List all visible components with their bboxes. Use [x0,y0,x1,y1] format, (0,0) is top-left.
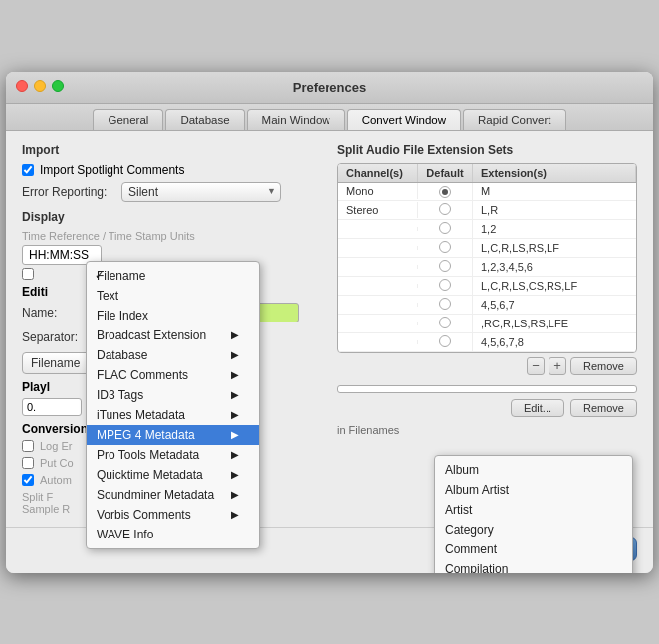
tab-convert-window[interactable]: Convert Window [347,109,461,130]
channel-mono: Mono [338,183,418,199]
submenu-category[interactable]: Category [435,520,632,539]
menu-item-itunes[interactable]: iTunes Metadata ▶ [87,405,259,425]
menu-item-label: ID3 Tags [97,388,143,402]
extra-fields-row [337,385,637,393]
menu-item-soundminer[interactable]: Soundminer Metadata ▶ [87,485,259,505]
menu-item-label: Database [97,348,147,362]
radio-7[interactable] [439,298,451,310]
time-ref-label: Time Reference / Time Stamp Units [22,230,322,242]
in-filenames-label: in Filenames [337,424,399,436]
menu-item-id3[interactable]: ID3 Tags ▶ [87,385,259,405]
submenu-arrow: ▶ [231,509,239,520]
table-row[interactable]: L,C,R,LS,CS,RS,LF [338,277,636,296]
menu-item-label: Filename [97,269,145,283]
col-default: Default [418,164,473,182]
tab-main-window[interactable]: Main Window [247,109,345,130]
log-label: Log Er [40,440,72,452]
table-row[interactable]: Stereo L,R [338,201,636,220]
window-title: Preferences [293,80,366,95]
menu-item-database[interactable]: Database ▶ [87,345,259,365]
put-label: Put Co [40,457,74,469]
split-audio-table: Channel(s) Default Extension(s) Mono M S… [337,163,637,353]
auto-checkbox[interactable] [22,474,34,486]
menu-item-label: iTunes Metadata [97,408,185,422]
error-reporting-select-wrapper: Silent [121,182,281,202]
close-button[interactable] [16,80,28,92]
menu-item-wave[interactable]: WAVE Info [87,525,259,544]
col-ext: Extension(s) [473,164,636,182]
radio-6[interactable] [439,279,451,291]
put-checkbox[interactable] [22,457,34,469]
menu-item-text[interactable]: Text [87,286,259,306]
col-channel: Channel(s) [338,164,418,182]
radio-8[interactable] [439,317,451,328]
table-row[interactable]: 1,2,3,4,5,6 [338,258,636,277]
main-dropdown-menu: Filename Text File Index Broadcast Exten… [86,261,260,549]
table-row[interactable]: L,C,R,LS,RS,LF [338,239,636,258]
minimize-button[interactable] [34,80,46,92]
table-row[interactable]: 1,2 [338,220,636,239]
remove-button-2[interactable]: Remove [570,399,637,417]
table-header: Channel(s) Default Extension(s) [338,164,636,183]
radio-4[interactable] [439,241,451,253]
menu-item-label: Broadcast Extension [97,328,206,342]
radio-9[interactable] [439,335,451,347]
submenu-album[interactable]: Album [435,460,632,480]
menu-item-label: Vorbis Comments [97,508,191,522]
menu-item-protools[interactable]: Pro Tools Metadata ▶ [87,445,259,465]
filename-selector-value: Filename [31,356,80,370]
table-row[interactable]: ,RC,R,LS,RS,LFE [338,315,636,333]
menu-item-broadcast-ext[interactable]: Broadcast Extension ▶ [87,325,259,345]
table-row[interactable]: 4,5,6,7 [338,296,636,315]
spotlight-checkbox[interactable] [22,164,34,176]
maximize-button[interactable] [52,80,64,92]
display-checkbox[interactable] [22,268,34,280]
default-stereo [418,201,473,219]
minus-button[interactable]: − [527,357,545,375]
dropdown-container: Filename Text File Index Broadcast Exten… [86,261,260,549]
in-filenames-row: in Filenames [337,423,637,437]
table-row[interactable]: Mono M [338,183,636,201]
menu-item-mpeg4[interactable]: MPEG 4 Metadata ▶ [87,425,259,445]
split-audio-title: Split Audio File Extension Sets [337,143,637,157]
radio-mono[interactable] [439,186,451,198]
submenu-compilation[interactable]: Compilation [435,559,632,573]
submenu-artist[interactable]: Artist [435,500,632,520]
auto-label: Autom [40,474,72,486]
error-reporting-label: Error Reporting: [22,185,121,199]
menu-item-label: Quicktime Metadata [97,468,203,482]
spotlight-label: Import Spotlight Comments [40,163,184,177]
error-reporting-select[interactable]: Silent [121,182,281,202]
default-mono [418,183,473,200]
submenu-arrow: ▶ [231,349,239,360]
ext-mono: M [473,183,636,199]
menu-item-flac[interactable]: FLAC Comments ▶ [87,365,259,385]
radio-3[interactable] [439,222,451,234]
tab-rapid-convert[interactable]: Rapid Convert [463,109,566,130]
tab-general[interactable]: General [93,109,163,130]
menu-item-quicktime[interactable]: Quicktime Metadata ▶ [87,465,259,485]
edit-button[interactable]: Edit... [511,399,564,417]
menu-item-vorbis[interactable]: Vorbis Comments ▶ [87,505,259,525]
submenu-album-artist[interactable]: Album Artist [435,480,632,500]
menu-item-label: FLAC Comments [97,368,188,382]
radio-5[interactable] [439,260,451,272]
remove-button[interactable]: Remove [570,357,637,375]
tabs-bar: General Database Main Window Convert Win… [6,104,653,131]
extra-input-1[interactable] [337,385,637,393]
plus-button[interactable]: + [549,357,566,375]
table-row[interactable]: 4,5,6,7,8 [338,333,636,352]
submenu-arrow: ▶ [231,409,239,420]
radio-stereo[interactable] [439,203,451,215]
menu-item-filename[interactable]: Filename [87,266,259,286]
submenu-arrow: ▶ [231,389,239,400]
main-content: Import Import Spotlight Comments Error R… [6,131,653,527]
playback-input[interactable] [22,398,82,416]
submenu-comment[interactable]: Comment [435,539,632,559]
menu-item-label: WAVE Info [97,528,153,541]
tab-database[interactable]: Database [165,109,244,130]
log-checkbox[interactable] [22,440,34,452]
menu-item-file-index[interactable]: File Index [87,306,259,325]
ext-stereo: L,R [473,202,636,218]
display-section-title: Display [22,210,322,224]
